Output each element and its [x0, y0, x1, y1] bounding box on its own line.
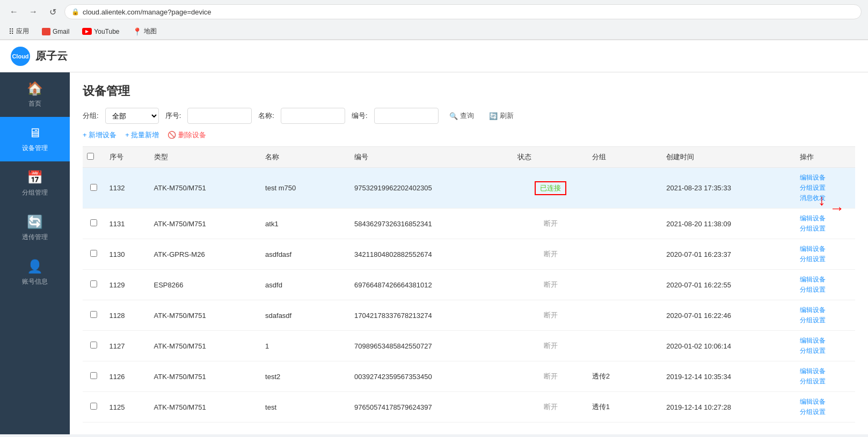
action-link[interactable]: 分组设置 — [800, 183, 851, 192]
action-link[interactable]: 分组设置 — [800, 408, 851, 417]
status-badge: 断开 — [544, 311, 558, 319]
cell-time: 2021-08-23 17:35:33 — [662, 168, 796, 209]
cell-no: 58436297326316852341 — [350, 209, 513, 239]
logo-icon: Cloud — [11, 47, 30, 66]
action-link[interactable]: 编辑设备 — [800, 306, 851, 315]
cell-group — [588, 270, 662, 300]
refresh-button[interactable]: 🔄 刷新 — [485, 109, 518, 123]
status-badge: 断开 — [544, 403, 558, 411]
cell-type: ATK-M750/M751 — [150, 300, 261, 331]
row-checkbox[interactable] — [90, 403, 97, 410]
col-header-ops: 操作 — [796, 147, 855, 168]
action-link[interactable]: 分组设置 — [800, 224, 851, 233]
sidebar-label-home: 首页 — [28, 99, 41, 108]
cell-seq: 1125 — [105, 392, 150, 423]
reload-button[interactable]: ↺ — [45, 4, 60, 19]
cell-no: 69766487426664381012 — [350, 270, 513, 300]
name-input[interactable] — [281, 108, 345, 124]
forward-button[interactable]: → — [26, 4, 41, 19]
cell-actions: 编辑设备分组设置消息收发 — [796, 168, 855, 209]
cell-status: 断开 — [513, 392, 587, 423]
cell-status: 断开 — [513, 331, 587, 361]
device-icon: 🖥 — [28, 125, 41, 140]
action-link[interactable]: 编辑设备 — [800, 367, 851, 376]
main-content: 设备管理 分组: 全部 序号: 名称: 编号: 🔍 查询 🔄 — [70, 72, 868, 434]
row-checkbox[interactable] — [90, 219, 97, 226]
cell-seq: 1131 — [105, 209, 150, 239]
status-badge: 断开 — [544, 280, 558, 288]
action-link[interactable]: 消息收发 — [800, 194, 851, 203]
bookmark-gmail[interactable]: Gmail — [40, 27, 71, 36]
delete-device-button[interactable]: 🚫 删除设备 — [167, 130, 206, 140]
sidebar-item-device[interactable]: 🖥 设备管理 — [0, 117, 70, 161]
sidebar-item-account[interactable]: 👤 账号信息 — [0, 250, 70, 295]
code-input[interactable] — [374, 108, 439, 124]
seq-input[interactable] — [187, 108, 252, 124]
select-all-checkbox[interactable] — [87, 153, 94, 160]
cell-group — [588, 239, 662, 270]
bookmark-gmail-label: Gmail — [53, 28, 69, 35]
status-badge: 断开 — [544, 372, 558, 380]
cell-actions: 编辑设备分组设置 — [796, 361, 855, 392]
add-device-button[interactable]: + 新增设备 — [83, 130, 116, 140]
col-header-seq: 序号 — [105, 147, 150, 168]
cell-time: 2020-07-01 16:22:46 — [662, 300, 796, 331]
cell-group — [588, 209, 662, 239]
action-link[interactable]: 编辑设备 — [800, 245, 851, 254]
bookmark-apps[interactable]: ⠿ 应用 — [6, 26, 31, 37]
action-link[interactable]: 编辑设备 — [800, 173, 851, 182]
bookmarks-bar: ⠿ 应用 Gmail ▶ YouTube 📍 地图 — [0, 24, 868, 40]
cell-group — [588, 331, 662, 361]
action-link[interactable]: 编辑设备 — [800, 214, 851, 223]
back-button[interactable]: ← — [6, 4, 21, 19]
row-checkbox[interactable] — [90, 250, 97, 257]
bookmark-youtube[interactable]: ▶ YouTube — [80, 27, 121, 36]
cell-name: asdfdasf — [261, 239, 350, 270]
sidebar-item-home[interactable]: 🏠 首页 — [0, 72, 70, 117]
col-header-type: 类型 — [150, 147, 261, 168]
cell-status: 已连接 — [513, 168, 587, 209]
action-link[interactable]: 编辑设备 — [800, 336, 851, 345]
page-title: 设备管理 — [83, 83, 855, 99]
action-link[interactable]: 编辑设备 — [800, 397, 851, 406]
col-header-checkbox — [83, 147, 105, 168]
bookmark-maps[interactable]: 📍 地图 — [130, 26, 159, 37]
address-bar[interactable]: 🔒 cloud.alientek.com/manage?page=device — [64, 4, 862, 19]
cell-actions: 编辑设备分组设置 — [796, 300, 855, 331]
cell-status: 断开 — [513, 239, 587, 270]
app-body: 🏠 首页 🖥 设备管理 📅 分组管理 🔄 透传管理 👤 账号信息 设备管理 — [0, 72, 868, 434]
table-row: 1130ATK-GPRS-M26asdfdasf3421180480288255… — [83, 239, 855, 270]
cell-seq: 1129 — [105, 270, 150, 300]
row-checkbox[interactable] — [90, 184, 97, 191]
row-checkbox[interactable] — [90, 342, 97, 349]
cell-actions: 编辑设备分组设置 — [796, 239, 855, 270]
cell-status: 断开 — [513, 361, 587, 392]
batch-add-button[interactable]: + 批量新增 — [125, 130, 159, 140]
bookmark-maps-label: 地图 — [144, 27, 157, 36]
query-button[interactable]: 🔍 查询 — [445, 109, 478, 123]
group-select[interactable]: 全部 — [105, 108, 159, 124]
cell-name: asdfd — [261, 270, 350, 300]
cell-no: 70989653485842550727 — [350, 331, 513, 361]
sidebar-item-tunnel[interactable]: 🔄 透传管理 — [0, 206, 70, 250]
sidebar-item-group[interactable]: 📅 分组管理 — [0, 161, 70, 206]
apps-icon: ⠿ — [9, 27, 14, 36]
row-checkbox[interactable] — [90, 372, 97, 379]
cell-time: 2020-07-01 16:22:55 — [662, 270, 796, 300]
action-link[interactable]: 分组设置 — [800, 316, 851, 325]
query-label: 查询 — [460, 111, 474, 121]
browser-toolbar: ← → ↺ 🔒 cloud.alientek.com/manage?page=d… — [0, 0, 868, 24]
cell-no: 97532919962202402305 — [350, 168, 513, 209]
action-link[interactable]: 分组设置 — [800, 255, 851, 264]
maps-icon: 📍 — [133, 27, 142, 36]
action-link[interactable]: 分组设置 — [800, 377, 851, 386]
row-checkbox[interactable] — [90, 311, 97, 318]
action-link[interactable]: 分组设置 — [800, 285, 851, 294]
table-row: 1129ESP8266asdfd69766487426664381012断开20… — [83, 270, 855, 300]
table-row: 1131ATK-M750/M751atk15843629732631685234… — [83, 209, 855, 239]
action-link[interactable]: 分组设置 — [800, 346, 851, 355]
row-checkbox[interactable] — [90, 280, 97, 287]
action-link[interactable]: 编辑设备 — [800, 275, 851, 284]
cell-no: 34211804802882552674 — [350, 239, 513, 270]
status-badge: 已连接 — [535, 181, 566, 195]
